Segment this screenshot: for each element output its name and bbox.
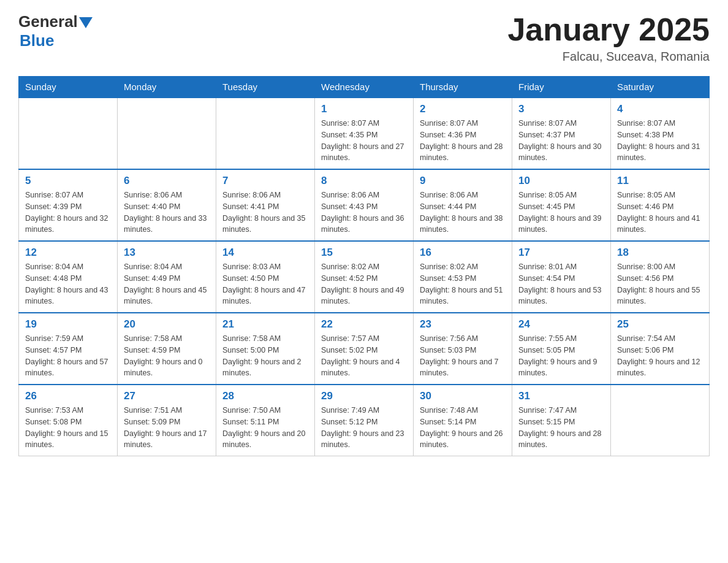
calendar-cell: 26Sunrise: 7:53 AM Sunset: 5:08 PM Dayli… — [19, 385, 118, 456]
day-number: 7 — [222, 175, 308, 187]
calendar-header-row: Sunday Monday Tuesday Wednesday Thursday… — [19, 77, 710, 98]
calendar-cell: 13Sunrise: 8:04 AM Sunset: 4:49 PM Dayli… — [118, 241, 216, 313]
calendar-location: Falcau, Suceava, Romania — [507, 50, 710, 64]
day-info: Sunrise: 7:50 AM Sunset: 5:11 PM Dayligh… — [222, 405, 308, 451]
day-info: Sunrise: 7:59 AM Sunset: 4:57 PM Dayligh… — [25, 333, 111, 379]
day-info: Sunrise: 8:07 AM Sunset: 4:37 PM Dayligh… — [518, 118, 604, 164]
day-info: Sunrise: 8:04 AM Sunset: 4:48 PM Dayligh… — [25, 261, 111, 307]
calendar-cell: 1Sunrise: 8:07 AM Sunset: 4:35 PM Daylig… — [315, 98, 414, 169]
day-info: Sunrise: 7:54 AM Sunset: 5:06 PM Dayligh… — [617, 333, 703, 379]
col-thursday: Thursday — [414, 77, 512, 98]
calendar-cell: 21Sunrise: 7:58 AM Sunset: 5:00 PM Dayli… — [216, 313, 315, 385]
calendar-cell — [118, 98, 216, 169]
calendar-cell: 2Sunrise: 8:07 AM Sunset: 4:36 PM Daylig… — [414, 98, 512, 169]
calendar-cell: 28Sunrise: 7:50 AM Sunset: 5:11 PM Dayli… — [216, 385, 315, 456]
calendar-cell: 10Sunrise: 8:05 AM Sunset: 4:45 PM Dayli… — [512, 169, 611, 241]
day-number: 26 — [25, 390, 111, 402]
day-number: 19 — [25, 318, 111, 331]
day-info: Sunrise: 7:49 AM Sunset: 5:12 PM Dayligh… — [321, 405, 407, 451]
calendar-cell: 11Sunrise: 8:05 AM Sunset: 4:46 PM Dayli… — [611, 169, 710, 241]
day-number: 17 — [518, 247, 604, 259]
day-number: 31 — [518, 390, 604, 402]
day-number: 12 — [25, 247, 111, 259]
calendar-cell: 8Sunrise: 8:06 AM Sunset: 4:43 PM Daylig… — [315, 169, 414, 241]
calendar-cell: 5Sunrise: 8:07 AM Sunset: 4:39 PM Daylig… — [19, 169, 118, 241]
day-number: 6 — [124, 175, 210, 187]
day-info: Sunrise: 7:56 AM Sunset: 5:03 PM Dayligh… — [420, 333, 506, 379]
day-info: Sunrise: 7:58 AM Sunset: 4:59 PM Dayligh… — [124, 333, 210, 379]
svg-marker-0 — [79, 17, 93, 28]
day-number: 13 — [124, 247, 210, 259]
day-number: 2 — [420, 103, 506, 115]
calendar-cell: 19Sunrise: 7:59 AM Sunset: 4:57 PM Dayli… — [19, 313, 118, 385]
day-info: Sunrise: 8:02 AM Sunset: 4:53 PM Dayligh… — [420, 261, 506, 307]
calendar-cell: 16Sunrise: 8:02 AM Sunset: 4:53 PM Dayli… — [414, 241, 512, 313]
day-number: 27 — [124, 390, 210, 402]
calendar-cell: 24Sunrise: 7:55 AM Sunset: 5:05 PM Dayli… — [512, 313, 611, 385]
day-number: 30 — [420, 390, 506, 402]
day-number: 21 — [222, 318, 308, 331]
col-sunday: Sunday — [19, 77, 118, 98]
col-tuesday: Tuesday — [216, 77, 315, 98]
calendar-cell: 27Sunrise: 7:51 AM Sunset: 5:09 PM Dayli… — [118, 385, 216, 456]
day-number: 18 — [617, 247, 703, 259]
page-header: General Blue January 2025 Falcau, Suceav… — [18, 12, 710, 64]
day-info: Sunrise: 8:06 AM Sunset: 4:40 PM Dayligh… — [124, 190, 210, 236]
calendar-cell: 15Sunrise: 8:02 AM Sunset: 4:52 PM Dayli… — [315, 241, 414, 313]
week-row-1: 1Sunrise: 8:07 AM Sunset: 4:35 PM Daylig… — [19, 98, 710, 169]
week-row-4: 19Sunrise: 7:59 AM Sunset: 4:57 PM Dayli… — [19, 313, 710, 385]
calendar-cell: 9Sunrise: 8:06 AM Sunset: 4:44 PM Daylig… — [414, 169, 512, 241]
day-info: Sunrise: 7:55 AM Sunset: 5:05 PM Dayligh… — [518, 333, 604, 379]
calendar-cell: 30Sunrise: 7:48 AM Sunset: 5:14 PM Dayli… — [414, 385, 512, 456]
calendar-cell: 3Sunrise: 8:07 AM Sunset: 4:37 PM Daylig… — [512, 98, 611, 169]
day-number: 9 — [420, 175, 506, 187]
day-info: Sunrise: 8:06 AM Sunset: 4:44 PM Dayligh… — [420, 190, 506, 236]
day-number: 3 — [518, 103, 604, 115]
day-info: Sunrise: 8:07 AM Sunset: 4:36 PM Dayligh… — [420, 118, 506, 164]
day-number: 11 — [617, 175, 703, 187]
week-row-5: 26Sunrise: 7:53 AM Sunset: 5:08 PM Dayli… — [19, 385, 710, 456]
calendar-cell: 23Sunrise: 7:56 AM Sunset: 5:03 PM Dayli… — [414, 313, 512, 385]
calendar-cell: 31Sunrise: 7:47 AM Sunset: 5:15 PM Dayli… — [512, 385, 611, 456]
calendar-cell — [19, 98, 118, 169]
day-number: 8 — [321, 175, 407, 187]
calendar-cell — [216, 98, 315, 169]
calendar-cell: 22Sunrise: 7:57 AM Sunset: 5:02 PM Dayli… — [315, 313, 414, 385]
logo-blue-text: Blue — [20, 31, 54, 50]
day-number: 5 — [25, 175, 111, 187]
day-info: Sunrise: 8:04 AM Sunset: 4:49 PM Dayligh… — [124, 261, 210, 307]
calendar-cell: 29Sunrise: 7:49 AM Sunset: 5:12 PM Dayli… — [315, 385, 414, 456]
calendar-title: January 2025 — [507, 12, 710, 47]
day-info: Sunrise: 8:02 AM Sunset: 4:52 PM Dayligh… — [321, 261, 407, 307]
calendar-table: Sunday Monday Tuesday Wednesday Thursday… — [18, 76, 710, 456]
day-info: Sunrise: 8:05 AM Sunset: 4:46 PM Dayligh… — [617, 190, 703, 236]
calendar-cell: 18Sunrise: 8:00 AM Sunset: 4:56 PM Dayli… — [611, 241, 710, 313]
day-info: Sunrise: 7:58 AM Sunset: 5:00 PM Dayligh… — [222, 333, 308, 379]
week-row-3: 12Sunrise: 8:04 AM Sunset: 4:48 PM Dayli… — [19, 241, 710, 313]
day-number: 1 — [321, 103, 407, 115]
day-number: 10 — [518, 175, 604, 187]
day-number: 20 — [124, 318, 210, 331]
week-row-2: 5Sunrise: 8:07 AM Sunset: 4:39 PM Daylig… — [19, 169, 710, 241]
calendar-cell: 17Sunrise: 8:01 AM Sunset: 4:54 PM Dayli… — [512, 241, 611, 313]
day-info: Sunrise: 8:05 AM Sunset: 4:45 PM Dayligh… — [518, 190, 604, 236]
col-friday: Friday — [512, 77, 611, 98]
col-saturday: Saturday — [611, 77, 710, 98]
calendar-cell — [611, 385, 710, 456]
day-info: Sunrise: 7:53 AM Sunset: 5:08 PM Dayligh… — [25, 405, 111, 451]
day-number: 29 — [321, 390, 407, 402]
calendar-cell: 6Sunrise: 8:06 AM Sunset: 4:40 PM Daylig… — [118, 169, 216, 241]
day-info: Sunrise: 8:06 AM Sunset: 4:41 PM Dayligh… — [222, 190, 308, 236]
day-info: Sunrise: 8:07 AM Sunset: 4:38 PM Dayligh… — [617, 118, 703, 164]
day-info: Sunrise: 8:07 AM Sunset: 4:39 PM Dayligh… — [25, 190, 111, 236]
day-info: Sunrise: 8:06 AM Sunset: 4:43 PM Dayligh… — [321, 190, 407, 236]
calendar-cell: 7Sunrise: 8:06 AM Sunset: 4:41 PM Daylig… — [216, 169, 315, 241]
calendar-cell: 12Sunrise: 8:04 AM Sunset: 4:48 PM Dayli… — [19, 241, 118, 313]
day-info: Sunrise: 8:03 AM Sunset: 4:50 PM Dayligh… — [222, 261, 308, 307]
day-info: Sunrise: 7:57 AM Sunset: 5:02 PM Dayligh… — [321, 333, 407, 379]
day-info: Sunrise: 7:47 AM Sunset: 5:15 PM Dayligh… — [518, 405, 604, 451]
day-info: Sunrise: 8:07 AM Sunset: 4:35 PM Dayligh… — [321, 118, 407, 164]
day-info: Sunrise: 8:01 AM Sunset: 4:54 PM Dayligh… — [518, 261, 604, 307]
calendar-cell: 4Sunrise: 8:07 AM Sunset: 4:38 PM Daylig… — [611, 98, 710, 169]
day-info: Sunrise: 7:48 AM Sunset: 5:14 PM Dayligh… — [420, 405, 506, 451]
